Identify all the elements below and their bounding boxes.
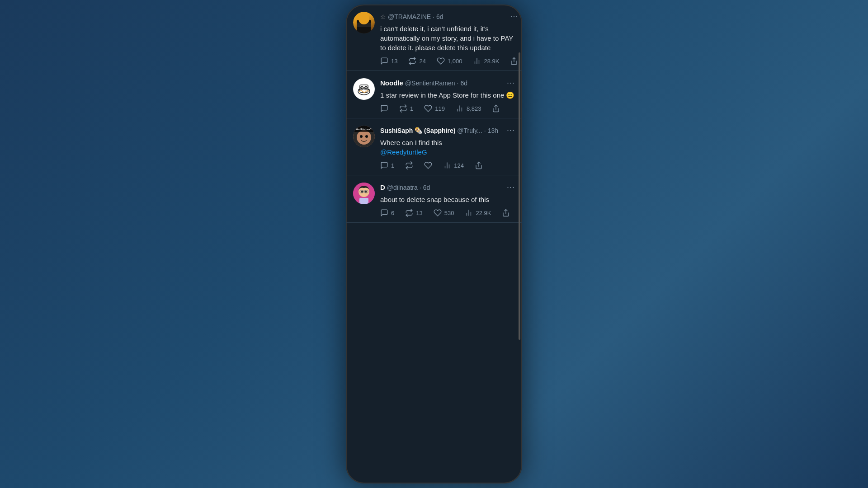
tweet-username[interactable]: Noodle: [380, 79, 403, 87]
views-action[interactable]: 22.9K: [465, 209, 491, 217]
retweet-icon: [405, 161, 413, 169]
svg-point-32: [361, 191, 363, 193]
tweet-username[interactable]: SushiSaph 🌯 (Sapphire): [380, 127, 455, 134]
retweet-action[interactable]: 13: [405, 209, 422, 217]
views-icon: [456, 104, 464, 113]
views-icon: [465, 209, 473, 217]
svg-point-12: [361, 87, 363, 89]
tweet-time: 6d: [436, 13, 443, 20]
more-button[interactable]: ···: [510, 12, 518, 21]
svg-point-21: [357, 130, 371, 145]
tweet-row: ☆ @TRAMAZINE · 6d ··· i can’t delete it,…: [346, 5, 522, 71]
svg-text:No Bitches?: No Bitches?: [356, 128, 372, 131]
views-icon: [473, 57, 481, 65]
comment-action[interactable]: 13: [380, 57, 397, 65]
views-count: 28.9K: [484, 58, 499, 65]
tweet-row: Noodle @SentientRamen · 6d ··· 1 star re…: [346, 71, 522, 118]
tweet-text: Where can I find this @ReedyturtleG: [380, 138, 515, 157]
tweet-time: 6d: [423, 184, 430, 191]
retweet-icon: [399, 104, 407, 113]
share-icon: [492, 104, 500, 113]
retweet-action[interactable]: [405, 161, 413, 169]
tweet-handle[interactable]: @SentientRamen: [405, 80, 455, 87]
svg-point-25: [365, 135, 368, 138]
retweet-count: 13: [416, 210, 422, 216]
star-icon: ☆: [380, 13, 386, 20]
share-icon: [475, 161, 483, 169]
tweet-handle[interactable]: @dilnaatra: [387, 184, 418, 191]
avatar[interactable]: [353, 78, 375, 100]
like-action[interactable]: 530: [434, 209, 454, 217]
more-button[interactable]: ···: [507, 183, 515, 192]
views-icon: [443, 161, 451, 169]
tweet-text-content: 1 star review in the App Store for this …: [380, 91, 514, 99]
like-icon: [434, 209, 442, 217]
views-action[interactable]: 28.9K: [473, 57, 499, 65]
comment-count: 13: [391, 58, 397, 65]
avatar[interactable]: [353, 183, 375, 204]
retweet-action[interactable]: 24: [408, 57, 425, 65]
share-icon: [502, 209, 510, 217]
tweet-meta: SushiSaph 🌯 (Sapphire) @Truly... · 13h: [380, 127, 498, 134]
tweet-actions: 1 119 8,823: [380, 104, 515, 113]
tweet-main-text: Where can I find this: [380, 139, 442, 146]
avatar[interactable]: [353, 12, 375, 33]
comment-count: 6: [391, 210, 394, 216]
dot-separator: ·: [433, 13, 434, 20]
like-action[interactable]: [424, 161, 432, 169]
tweet-header: ☆ @TRAMAZINE · 6d ···: [380, 12, 518, 21]
tweet-meta: Noodle @SentientRamen · 6d: [380, 79, 467, 87]
tweet-handle[interactable]: @Truly...: [457, 127, 482, 134]
more-button[interactable]: ···: [507, 78, 515, 88]
tweet-header: D @dilnaatra · 6d ···: [380, 183, 515, 192]
comment-icon: [380, 57, 388, 65]
avatar[interactable]: No Bitches?: [353, 126, 375, 147]
retweet-icon: [405, 209, 413, 217]
views-count: 124: [454, 162, 464, 169]
svg-rect-37: [359, 198, 368, 204]
like-action[interactable]: 119: [424, 104, 445, 113]
dot-separator: ·: [484, 127, 486, 134]
tweet-text: about to delete snap because of this: [380, 195, 515, 204]
share-action[interactable]: [492, 104, 500, 113]
comment-action[interactable]: 1: [380, 161, 394, 169]
share-icon: [510, 57, 518, 65]
share-action[interactable]: [502, 209, 510, 217]
views-action[interactable]: 124: [443, 161, 464, 169]
dot-separator: ·: [420, 184, 421, 191]
share-action[interactable]: [510, 57, 518, 65]
comment-icon: [380, 104, 388, 113]
tweet-content: SushiSaph 🌯 (Sapphire) @Truly... · 13h ·…: [380, 126, 515, 169]
comment-count: 1: [391, 162, 394, 169]
retweet-action[interactable]: 1: [399, 104, 413, 113]
views-action[interactable]: 8,823: [456, 104, 481, 113]
like-count: 119: [435, 105, 445, 112]
tweet-actions: 6 13 530: [380, 209, 515, 217]
svg-rect-2: [357, 23, 371, 27]
more-button[interactable]: ···: [507, 126, 515, 135]
tweet-mention[interactable]: @ReedyturtleG: [380, 148, 427, 156]
retweet-count: 24: [419, 58, 425, 65]
tweet-content: ☆ @TRAMAZINE · 6d ··· i can’t delete it,…: [380, 12, 518, 65]
views-count: 22.9K: [476, 210, 491, 216]
tweet-content: Noodle @SentientRamen · 6d ··· 1 star re…: [380, 78, 515, 113]
tweet-header: SushiSaph 🌯 (Sapphire) @Truly... · 13h ·…: [380, 126, 515, 135]
tweet-username[interactable]: D: [380, 183, 385, 191]
tweet-meta: ☆ @TRAMAZINE · 6d: [380, 13, 443, 20]
comment-icon: [380, 161, 388, 169]
share-action[interactable]: [475, 161, 483, 169]
svg-point-33: [365, 191, 367, 193]
comment-action[interactable]: [380, 104, 388, 113]
tweet-time: 6d: [460, 80, 467, 87]
tweet-row: No Bitches? SushiSaph 🌯 (Sapphire) @Trul…: [346, 118, 522, 175]
svg-point-0: [359, 14, 368, 23]
tweet-handle[interactable]: @TRAMAZINE: [388, 13, 431, 20]
like-count: 1,000: [448, 58, 462, 65]
comment-action[interactable]: 6: [380, 209, 394, 217]
tweet-row: D @dilnaatra · 6d ··· about to delete sn…: [346, 175, 522, 223]
tweet-actions: 13 24 1,000: [380, 57, 518, 65]
scroll-indicator[interactable]: [519, 52, 520, 340]
tweet-actions: 1: [380, 161, 515, 169]
like-action[interactable]: 1,000: [437, 57, 462, 65]
tweet-header: Noodle @SentientRamen · 6d ···: [380, 78, 515, 88]
